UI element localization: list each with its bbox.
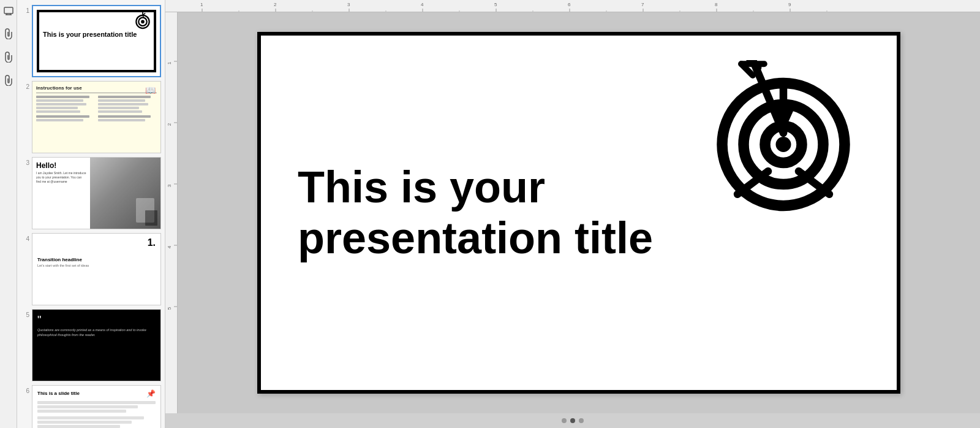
thumb3-photo [90, 158, 160, 229]
main-canvas: This is your presentation title [178, 12, 980, 413]
clip-icon-1[interactable] [3, 28, 14, 39]
thumb6-pin-icon: 📌 [146, 389, 156, 398]
thumb4-sub: Let's start with the first set of ideas [37, 264, 156, 267]
thumb2-col-right [98, 96, 157, 123]
slide-number-3: 3 [21, 157, 29, 166]
svg-text:2: 2 [274, 2, 277, 7]
thumb1-target-icon [134, 12, 151, 32]
thumb4-headline: Transition headline [37, 257, 156, 262]
svg-text:6: 6 [568, 2, 571, 7]
svg-text:9: 9 [788, 2, 791, 7]
svg-point-50 [776, 137, 791, 152]
nav-dot-2[interactable] [570, 418, 575, 423]
thumb2-book-icon: 📖 [145, 85, 156, 95]
thumb3-hello: Hello! [36, 161, 86, 170]
svg-text:3: 3 [347, 2, 350, 7]
slide-item-3[interactable]: 3 Hello! I am Jaydee Smith. Let me intro… [21, 157, 161, 229]
ruler-svg-h: 1 2 3 4 5 6 7 8 9 [165, 0, 980, 12]
slide-number-2: 2 [21, 81, 29, 90]
slide-thumb-6[interactable]: This is a slide title 📌 [32, 385, 161, 428]
thumb6-content-lines [37, 401, 156, 428]
slide-number-5: 5 [21, 309, 29, 318]
slide-number-6: 6 [21, 385, 29, 394]
slide-panel: 1 This is your presentation title [17, 0, 165, 428]
svg-text:4: 4 [421, 2, 424, 7]
slide-item-6[interactable]: 6 This is a slide title 📌 [21, 385, 161, 428]
thumb2-title: Instructions for use [36, 85, 157, 91]
svg-text:1: 1 [167, 61, 172, 64]
svg-text:5: 5 [167, 307, 172, 310]
main-slide-content: This is your presentation title [298, 162, 860, 264]
slide-item-5[interactable]: 5 " Quotations are commonly printed as a… [21, 309, 161, 381]
nav-dot-1[interactable] [562, 418, 567, 423]
slide-item-2[interactable]: 2 Instructions for use 📖 [21, 81, 161, 153]
ruler-svg-v: 1 2 3 4 5 [165, 12, 178, 413]
right-area: 1 2 3 4 5 6 7 8 9 [165, 0, 980, 428]
thumb2-col-left [36, 96, 96, 123]
thumb5-quote-mark: " [37, 315, 156, 326]
slide-number-4: 4 [21, 233, 29, 242]
svg-text:3: 3 [167, 184, 172, 187]
slide-stage: This is your presentation title [178, 12, 980, 413]
main-slide[interactable]: This is your presentation title [257, 32, 900, 394]
slide-thumb-5[interactable]: " Quotations are commonly printed as a m… [32, 309, 161, 381]
canvas-area: 1 2 3 4 5 This is your presentation titl… [165, 12, 980, 413]
nav-dot-3[interactable] [579, 418, 584, 423]
main-slide-title: This is your presentation title [298, 162, 677, 264]
thumb1-title: This is your presentation title [43, 31, 137, 39]
thumb5-quote-text: Quotations are commonly printed as a mea… [37, 328, 156, 337]
svg-rect-0 [4, 7, 13, 13]
svg-text:7: 7 [641, 2, 644, 7]
svg-text:1: 1 [200, 2, 203, 7]
vertical-ruler: 1 2 3 4 5 [165, 12, 178, 413]
svg-text:2: 2 [167, 123, 172, 126]
svg-text:8: 8 [715, 2, 718, 7]
clip-icon-3[interactable] [3, 75, 14, 86]
thumb4-number: 1. [148, 237, 156, 248]
slide-thumb-4[interactable]: 1. Transition headline Let's start with … [32, 233, 161, 305]
slides-icon[interactable] [3, 5, 14, 16]
thumb3-sub: I am Jaydee Smith. Let me introduce you … [36, 171, 86, 184]
thumb3-left-content: Hello! I am Jaydee Smith. Let me introdu… [32, 158, 90, 229]
thumb6-title: This is a slide title [37, 391, 156, 396]
svg-text:5: 5 [494, 2, 497, 7]
clip-icon-2[interactable] [3, 52, 14, 63]
slide-item-4[interactable]: 4 1. Transition headline Let's start wit… [21, 233, 161, 305]
left-toolbar [0, 0, 17, 428]
slide-thumb-3[interactable]: Hello! I am Jaydee Smith. Let me introdu… [32, 157, 161, 229]
bottom-nav [165, 413, 980, 428]
svg-point-6 [141, 20, 145, 24]
slide-thumb-2[interactable]: Instructions for use 📖 [32, 81, 161, 153]
slide-number-1: 1 [21, 5, 29, 14]
horizontal-ruler: 1 2 3 4 5 6 7 8 9 [165, 0, 980, 12]
svg-text:4: 4 [167, 245, 172, 248]
slide-item-1[interactable]: 1 This is your presentation title [21, 5, 161, 77]
slide-thumb-1[interactable]: This is your presentation title [32, 5, 161, 77]
